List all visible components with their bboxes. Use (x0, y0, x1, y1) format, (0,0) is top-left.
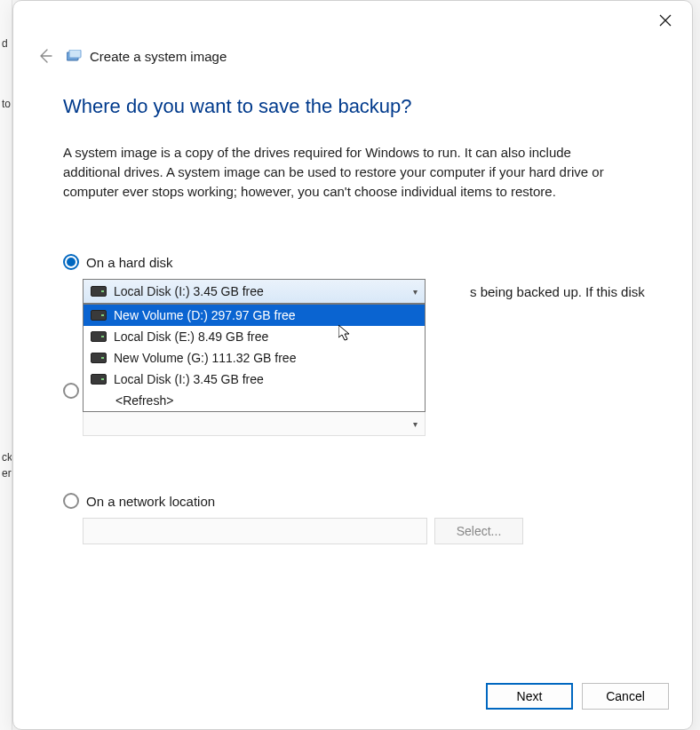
drive-icon (91, 286, 107, 297)
titlebar (13, 1, 692, 40)
disk-combo-wrapper: Local Disk (I:) 3.45 GB free ▾ s being b… (83, 279, 426, 304)
drive-icon (91, 374, 107, 385)
network-section: On a network location Select... (63, 493, 632, 544)
cancel-button[interactable]: Cancel (582, 683, 669, 710)
close-icon (659, 14, 672, 27)
system-image-icon (67, 50, 83, 62)
disk-dropdown-selected: Local Disk (I:) 3.45 GB free (114, 284, 264, 298)
wizard-title: Create a system image (67, 49, 227, 64)
destination-options: On a hard disk Local Disk (I:) 3.45 GB f… (63, 254, 642, 304)
radio-hard-disk[interactable] (63, 254, 79, 270)
dialog-window: Create a system image Where do you want … (12, 0, 693, 730)
background-panel-fragment: d to ck er (0, 0, 12, 730)
select-network-button[interactable]: Select... (434, 518, 523, 544)
option-network-label: On a network location (86, 494, 215, 509)
chevron-down-icon: ▾ (413, 419, 418, 429)
wizard-title-text: Create a system image (90, 49, 227, 64)
drive-icon (91, 331, 107, 342)
content-area: Where do you want to save the backup? A … (13, 67, 692, 669)
disk-option-g[interactable]: New Volume (G:) 111.32 GB free (84, 347, 425, 369)
arrow-left-icon (37, 48, 53, 64)
drive-icon (91, 310, 107, 321)
next-button[interactable]: Next (486, 683, 573, 710)
disk-option-i[interactable]: Local Disk (I:) 3.45 GB free (84, 369, 425, 390)
drive-icon (91, 353, 107, 363)
close-button[interactable] (646, 4, 685, 36)
radio-dvd[interactable] (63, 383, 79, 399)
disk-option-refresh[interactable]: <Refresh> (84, 390, 425, 411)
option-hard-disk-label: On a hard disk (86, 255, 173, 270)
disk-option-e[interactable]: Local Disk (E:) 8.49 GB free (84, 326, 425, 347)
dvd-dropdown-disabled: ▾ (83, 411, 426, 436)
header-row: Create a system image (13, 40, 692, 67)
footer-buttons: Next Cancel (13, 669, 692, 729)
radio-network[interactable] (63, 493, 79, 509)
disk-dropdown-list: New Volume (D:) 297.97 GB free Local Dis… (83, 304, 426, 412)
option-network[interactable]: On a network location (63, 493, 632, 509)
background-text-fragment: s being backed up. If this disk (470, 284, 645, 299)
chevron-down-icon: ▾ (413, 287, 418, 297)
back-button[interactable] (35, 45, 56, 67)
disk-dropdown[interactable]: Local Disk (I:) 3.45 GB free ▾ (83, 279, 426, 304)
page-description: A system image is a copy of the drives r… (63, 143, 632, 201)
svg-rect-1 (69, 50, 81, 58)
network-path-input[interactable] (83, 518, 427, 544)
option-hidden-row (63, 383, 79, 399)
page-heading: Where do you want to save the backup? (63, 95, 642, 118)
option-hard-disk[interactable]: On a hard disk (63, 254, 642, 270)
disk-option-d[interactable]: New Volume (D:) 297.97 GB free (84, 305, 425, 326)
